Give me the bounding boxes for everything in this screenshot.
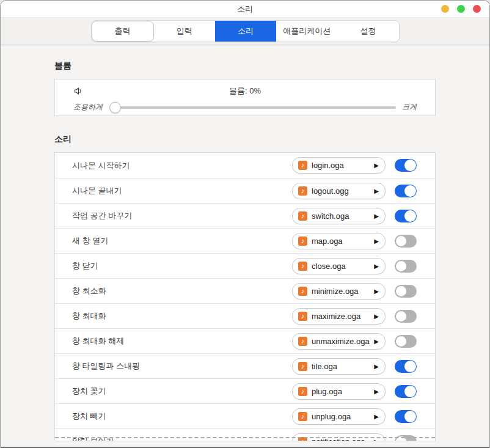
sound-file-button[interactable]: ♪ switch.oga ▶ (292, 208, 386, 224)
sound-file-button[interactable]: ♪ logout.ogg ▶ (292, 183, 386, 199)
sound-event-row: 장치 빼기 ♪ unplug.oga ▶ (55, 403, 435, 428)
sound-event-label: 창 최소화 (72, 285, 292, 296)
sound-events-list: 시나몬 시작하기 ♪ login.oga ▶ 시나몬 끝내기 ♪ logout.… (54, 152, 436, 441)
play-icon[interactable]: ▶ (374, 413, 379, 420)
sound-file-button[interactable]: ♪ login.oga ▶ (292, 157, 386, 174)
sound-event-row: 시나몬 시작하기 ♪ login.oga ▶ (55, 153, 435, 178)
speaker-low-icon (73, 86, 83, 98)
toggle-knob (395, 235, 407, 247)
tab-bar: 출력입력소리애플리케이션설정 (1, 17, 489, 45)
tab-애플리케이션[interactable]: 애플리케이션 (276, 21, 337, 42)
slider-max-label: 크게 (402, 102, 417, 112)
toggle-knob (395, 310, 407, 322)
sound-event-row: 창 닫기 ♪ close.oga ▶ (55, 253, 435, 278)
volume-card: 볼륨: 0% 조용하게 크게 (54, 79, 436, 116)
sound-event-row: 창 최대화 해제 ♪ unmaximize.oga ▶ (55, 328, 435, 353)
sound-event-label: 시나몬 끝내기 (72, 185, 292, 196)
sound-event-label: 창 최대화 해제 (72, 336, 292, 347)
sound-enabled-toggle[interactable] (395, 235, 417, 248)
sound-event-label: 장치 빼기 (72, 411, 292, 422)
tab-입력[interactable]: 입력 (154, 21, 215, 42)
content-area: 볼륨 볼륨: 0% 조용하게 크게 소리 시 (1, 45, 489, 441)
sound-enabled-toggle[interactable] (395, 185, 417, 197)
sound-file-button[interactable]: ♪ plug.oga ▶ (292, 383, 386, 400)
sound-enabled-toggle[interactable] (395, 310, 417, 323)
sound-file-name: switch.oga (312, 211, 371, 221)
music-file-icon: ♪ (298, 337, 307, 346)
play-icon[interactable]: ▶ (374, 188, 379, 194)
tab-group: 출력입력소리애플리케이션설정 (91, 20, 400, 42)
sound-event-label: 창 닫기 (72, 260, 292, 271)
play-icon[interactable]: ▶ (374, 438, 379, 442)
sound-enabled-toggle[interactable] (395, 210, 417, 222)
sound-file-name: unplug.oga (312, 412, 371, 421)
slider-min-label: 조용하게 (73, 102, 103, 112)
music-file-icon: ♪ (298, 211, 307, 221)
play-icon[interactable]: ▶ (374, 238, 379, 244)
sound-event-row: 작업 공간 바꾸기 ♪ switch.oga ▶ (55, 203, 435, 228)
sound-event-label: 시나몬 시작하기 (72, 160, 292, 171)
sound-file-name: close.oga (312, 262, 371, 271)
tab-소리[interactable]: 소리 (215, 21, 276, 42)
volume-value-label: 볼륨: 0% (73, 86, 417, 97)
volume-slider-handle[interactable] (109, 101, 121, 113)
tab-설정[interactable]: 설정 (337, 21, 398, 42)
sound-file-button[interactable]: ♪ tile.oga ▶ (292, 358, 386, 375)
sound-enabled-toggle[interactable] (395, 285, 417, 298)
minimize-button[interactable] (441, 5, 449, 13)
sound-enabled-toggle[interactable] (395, 260, 417, 273)
sound-event-row: 시나몬 끝내기 ♪ logout.ogg ▶ (55, 178, 435, 203)
play-icon[interactable]: ▶ (374, 288, 379, 295)
sound-file-name: map.oga (312, 237, 371, 246)
sound-enabled-toggle[interactable] (395, 385, 417, 398)
maximize-button[interactable] (457, 5, 465, 13)
sound-file-button[interactable]: ♪ minimize.oga ▶ (292, 283, 386, 299)
sound-file-button[interactable]: ♪ unmaximize.oga ▶ (292, 333, 386, 350)
sound-event-label: 새 창 열기 (72, 235, 292, 246)
music-file-icon: ♪ (298, 186, 307, 196)
list-scroll-clip-indicator (55, 437, 435, 438)
sound-enabled-toggle[interactable] (395, 360, 417, 373)
sound-file-button[interactable]: ♪ map.oga ▶ (292, 233, 386, 249)
sound-event-label: 작업 공간 바꾸기 (72, 210, 292, 221)
toggle-knob (404, 386, 416, 397)
toggle-knob (395, 260, 407, 272)
volume-slider-track[interactable] (116, 106, 396, 109)
play-icon[interactable]: ▶ (374, 162, 379, 169)
sound-file-name: minimize.oga (312, 287, 371, 296)
sound-event-row: 장치 꽂기 ♪ plug.oga ▶ (55, 378, 435, 403)
play-icon[interactable]: ▶ (374, 313, 379, 320)
sound-file-name: unmaximize.oga (312, 337, 371, 346)
sound-enabled-toggle[interactable] (395, 410, 417, 423)
tab-출력[interactable]: 출력 (92, 21, 154, 42)
play-icon[interactable]: ▶ (374, 363, 379, 370)
sound-file-name: login.oga (312, 161, 371, 170)
play-icon[interactable]: ▶ (374, 388, 379, 395)
sound-event-row: 창 타일링과 스내핑 ♪ tile.oga ▶ (55, 353, 435, 378)
volume-slider: 조용하게 크게 (73, 102, 417, 112)
play-icon[interactable]: ▶ (374, 263, 379, 270)
play-icon[interactable]: ▶ (374, 338, 379, 345)
sound-file-button[interactable]: ♪ maximize.oga ▶ (292, 308, 386, 325)
close-button[interactable] (473, 5, 481, 13)
sound-event-row: 알림 보이기 ♪ notification.oga ▶ (55, 428, 435, 441)
music-file-icon: ♪ (298, 237, 307, 246)
toggle-knob (395, 336, 407, 347)
sound-file-button[interactable]: ♪ unplug.oga ▶ (292, 408, 386, 425)
music-file-icon: ♪ (298, 161, 307, 170)
music-file-icon: ♪ (298, 387, 307, 396)
sound-enabled-toggle[interactable] (395, 335, 417, 348)
music-file-icon: ♪ (298, 287, 307, 296)
play-icon[interactable]: ▶ (374, 213, 379, 219)
toggle-knob (404, 361, 416, 372)
toggle-knob (404, 185, 416, 197)
volume-top-row: 볼륨: 0% (73, 86, 417, 98)
sound-file-button[interactable]: ♪ close.oga ▶ (292, 258, 386, 274)
sound-enabled-toggle[interactable] (395, 159, 417, 172)
sound-file-name: logout.ogg (312, 186, 371, 196)
sound-event-row: 새 창 열기 ♪ map.oga ▶ (55, 228, 435, 253)
toggle-knob (404, 210, 416, 222)
music-file-icon: ♪ (298, 262, 307, 271)
music-file-icon: ♪ (298, 312, 307, 321)
sound-event-label: 장치 꽂기 (72, 386, 292, 397)
